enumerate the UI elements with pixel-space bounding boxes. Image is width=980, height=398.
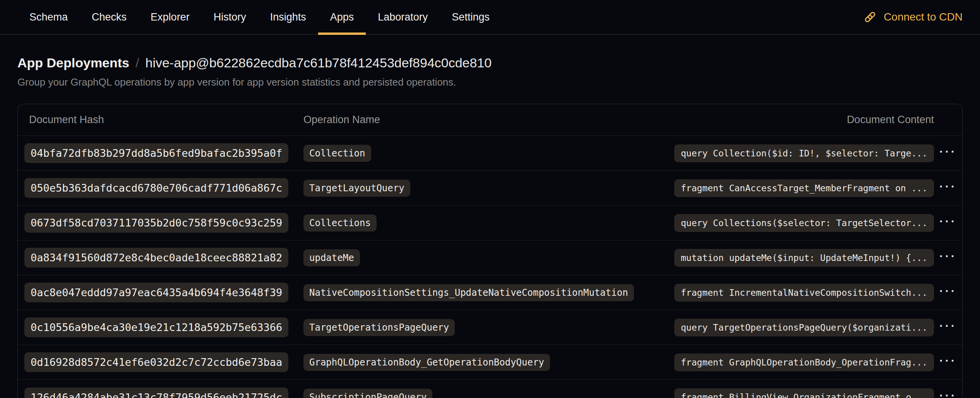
row-menu-button[interactable]: ··· (938, 322, 958, 333)
document-content: fragment CanAccessTarget_MemberFragment … (674, 179, 934, 197)
table-row: 126d46a4284abe31c13c78f7959d56eeb21725dc… (18, 380, 962, 398)
document-content: fragment BillingView_OrganizationFragmen… (674, 388, 934, 398)
document-hash: 126d46a4284abe31c13c78f7959d56eeb21725dc (24, 388, 288, 398)
document-hash: 0c10556a9be4ca30e19e21c1218a592b75e63366 (24, 317, 288, 337)
document-content: query Collections($selector: TargetSelec… (674, 214, 934, 232)
row-menu-button[interactable]: ··· (938, 182, 958, 194)
nav-tabs: Schema Checks Explorer History Insights … (17, 0, 502, 34)
document-content: fragment GraphQLOperationBody_OperationF… (674, 353, 934, 371)
table-row: 0a834f91560d872e8c4bec0ade18ceec88821a82… (18, 240, 962, 275)
breadcrumb: App Deployments / hive-app@b622862ecdba7… (17, 54, 963, 71)
tab-settings[interactable]: Settings (440, 0, 502, 34)
operation-name: NativeCompositionSettings_UpdateNativeCo… (303, 284, 634, 301)
tab-apps[interactable]: Apps (318, 0, 366, 34)
tab-schema[interactable]: Schema (17, 0, 80, 34)
connect-to-cdn-button[interactable]: Connect to CDN (863, 0, 963, 34)
table-row: 0ac8e047eddd97a97eac6435a4b694f4e3648f39… (18, 275, 962, 310)
tab-explorer[interactable]: Explorer (139, 0, 202, 34)
table-header-row: Document Hash Operation Name Document Co… (18, 104, 962, 136)
table-row: 0d16928d8572c41ef6e032d2c7c72ccbd6e73baa… (18, 345, 962, 380)
breadcrumb-separator: / (135, 54, 139, 71)
document-content: query Collection($id: ID!, $selector: Ta… (674, 144, 934, 162)
operation-name: Collections (303, 214, 377, 232)
operation-name: TargetLayoutQuery (303, 180, 410, 197)
page-title: hive-app@b622862ecdba7c61b78f412453def89… (146, 54, 492, 71)
table-row: 050e5b363dafdcacd6780e706cadf771d06a867c… (18, 171, 962, 206)
row-menu-button[interactable]: ··· (938, 148, 958, 159)
tab-history[interactable]: History (202, 0, 258, 34)
document-hash: 0a834f91560d872e8c4bec0ade18ceec88821a82 (24, 248, 288, 268)
document-hash: 0d16928d8572c41ef6e032d2c7c72ccbd6e73baa (24, 352, 288, 372)
tab-laboratory[interactable]: Laboratory (366, 0, 440, 34)
row-menu-button[interactable]: ··· (938, 391, 958, 398)
page-header: App Deployments / hive-app@b622862ecdba7… (0, 54, 980, 89)
column-header-operation-name: Operation Name (303, 114, 671, 126)
operation-name: Collection (303, 145, 371, 162)
tab-checks[interactable]: Checks (80, 0, 139, 34)
row-menu-button[interactable]: ··· (938, 287, 958, 298)
tab-insights[interactable]: Insights (258, 0, 318, 34)
connect-to-cdn-label: Connect to CDN (884, 11, 963, 23)
row-menu-button[interactable]: ··· (938, 357, 958, 368)
document-content: fragment IncrementalNativeCompositionSwi… (674, 284, 934, 302)
operation-name: updateMe (303, 249, 360, 266)
operation-name: TargetOperationsPageQuery (303, 319, 455, 336)
operation-name: SubscriptionPageQuery (303, 389, 432, 398)
row-menu-button[interactable]: ··· (938, 217, 958, 229)
breadcrumb-app-deployments[interactable]: App Deployments (17, 54, 129, 71)
table-row: 04bfa72dfb83b297dd8a5b6fed9bafac2b395a0f… (18, 136, 962, 171)
document-hash: 04bfa72dfb83b297dd8a5b6fed9bafac2b395a0f (24, 143, 288, 163)
document-hash: 0ac8e047eddd97a97eac6435a4b694f4e3648f39 (24, 283, 288, 302)
column-header-document-hash: Document Hash (18, 114, 303, 126)
document-content: mutation updateMe($input: UpdateMeInput!… (674, 249, 934, 267)
row-menu-button[interactable]: ··· (938, 252, 958, 264)
page-subtitle: Group your GraphQL operations by app ver… (17, 75, 963, 89)
top-nav: Schema Checks Explorer History Insights … (0, 0, 980, 35)
link-icon (863, 10, 877, 24)
document-content: query TargetOperationsPageQuery($organiz… (674, 319, 934, 336)
column-header-document-content: Document Content (671, 114, 934, 126)
documents-table: Document Hash Operation Name Document Co… (17, 104, 963, 398)
table-row: 0c10556a9be4ca30e19e21c1218a592b75e63366… (18, 310, 962, 345)
document-hash: 050e5b363dafdcacd6780e706cadf771d06a867c (24, 178, 288, 198)
table-row: 0673df58cd7037117035b2d0c758f59c0c93c259… (18, 206, 962, 240)
document-hash: 0673df58cd7037117035b2d0c758f59c0c93c259 (24, 213, 288, 233)
operation-name: GraphQLOperationBody_GetOperationBodyQue… (303, 354, 550, 371)
